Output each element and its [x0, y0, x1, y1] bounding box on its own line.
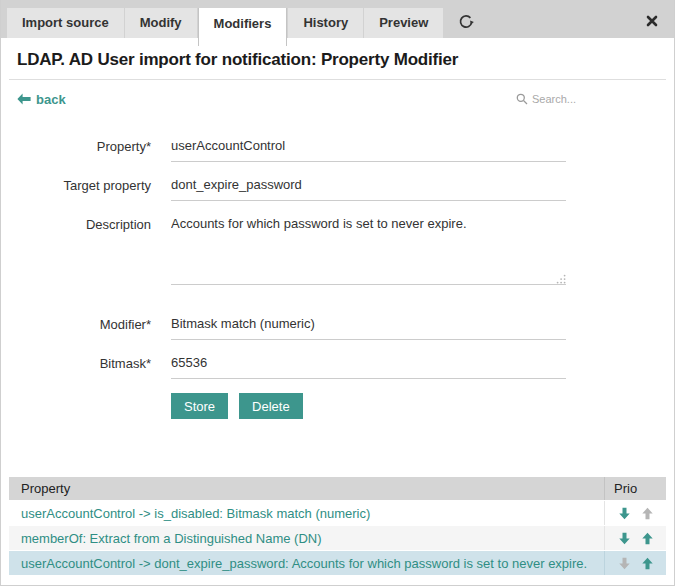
- modifier-form: Property* Target property Description Ac…: [17, 133, 658, 419]
- modifier-editor-window: Import source Modify Modifiers History P…: [0, 0, 675, 586]
- bitmask-input[interactable]: [171, 350, 566, 379]
- title-divider: [9, 79, 666, 80]
- search-icon: [516, 93, 528, 105]
- column-header-property: Property: [9, 481, 604, 496]
- search-input[interactable]: [532, 93, 658, 105]
- list-row-selected[interactable]: userAccountControl -> dont_expire_passwo…: [9, 551, 666, 575]
- target-property-input[interactable]: [171, 172, 566, 201]
- tab-modify[interactable]: Modify: [125, 8, 197, 38]
- tab-import-source[interactable]: Import source: [7, 8, 124, 38]
- form-row-property: Property*: [17, 133, 658, 162]
- content-area: LDAP. AD User import for notification: P…: [1, 50, 674, 419]
- modifier-list: Property Prio userAccountControl -> is_d…: [9, 477, 666, 576]
- description-textarea[interactable]: Accounts for which password is set to ne…: [171, 211, 566, 285]
- search-box: [516, 93, 658, 105]
- property-label: Property*: [17, 133, 151, 154]
- delete-button[interactable]: Delete: [239, 393, 303, 419]
- refresh-icon[interactable]: [458, 14, 474, 30]
- close-icon[interactable]: [646, 13, 658, 31]
- move-down-icon[interactable]: [618, 532, 631, 545]
- form-row-description: Description Accounts for which password …: [17, 211, 658, 289]
- tab-history[interactable]: History: [288, 8, 363, 38]
- move-up-icon[interactable]: [641, 532, 654, 545]
- list-row[interactable]: memberOf: Extract from a Distinguished N…: [9, 526, 666, 550]
- resize-grip-icon[interactable]: [556, 274, 566, 284]
- store-button[interactable]: Store: [171, 393, 228, 419]
- row-link[interactable]: userAccountControl -> dont_expire_passwo…: [9, 556, 604, 571]
- move-down-icon[interactable]: [618, 507, 631, 520]
- row-link[interactable]: userAccountControl -> is_disabled: Bitma…: [9, 506, 604, 521]
- page-title: LDAP. AD User import for notification: P…: [17, 50, 658, 70]
- column-header-prio: Prio: [604, 477, 666, 500]
- tab-bar: Import source Modify Modifiers History P…: [1, 0, 674, 38]
- list-header: Property Prio: [9, 477, 666, 500]
- modifier-input[interactable]: [171, 311, 566, 340]
- target-property-label: Target property: [17, 172, 151, 193]
- toolbar: back: [17, 89, 658, 109]
- back-arrow-icon: [17, 93, 31, 105]
- modifier-label: Modifier*: [17, 311, 151, 332]
- move-up-icon[interactable]: [641, 507, 654, 520]
- form-row-modifier: Modifier*: [17, 311, 658, 340]
- back-link[interactable]: back: [17, 92, 66, 107]
- list-row[interactable]: userAccountControl -> is_disabled: Bitma…: [9, 501, 666, 525]
- row-link[interactable]: memberOf: Extract from a Distinguished N…: [9, 531, 604, 546]
- form-row-target-property: Target property: [17, 172, 658, 201]
- tab-modifiers[interactable]: Modifiers: [198, 8, 288, 46]
- tab-preview[interactable]: Preview: [364, 8, 443, 38]
- move-up-icon[interactable]: [641, 557, 654, 570]
- form-buttons: Store Delete: [171, 393, 658, 419]
- property-input[interactable]: [171, 133, 566, 162]
- form-row-bitmask: Bitmask*: [17, 350, 658, 379]
- back-label: back: [36, 92, 66, 107]
- move-down-icon[interactable]: [618, 557, 631, 570]
- description-label: Description: [17, 211, 151, 232]
- bitmask-label: Bitmask*: [17, 350, 151, 371]
